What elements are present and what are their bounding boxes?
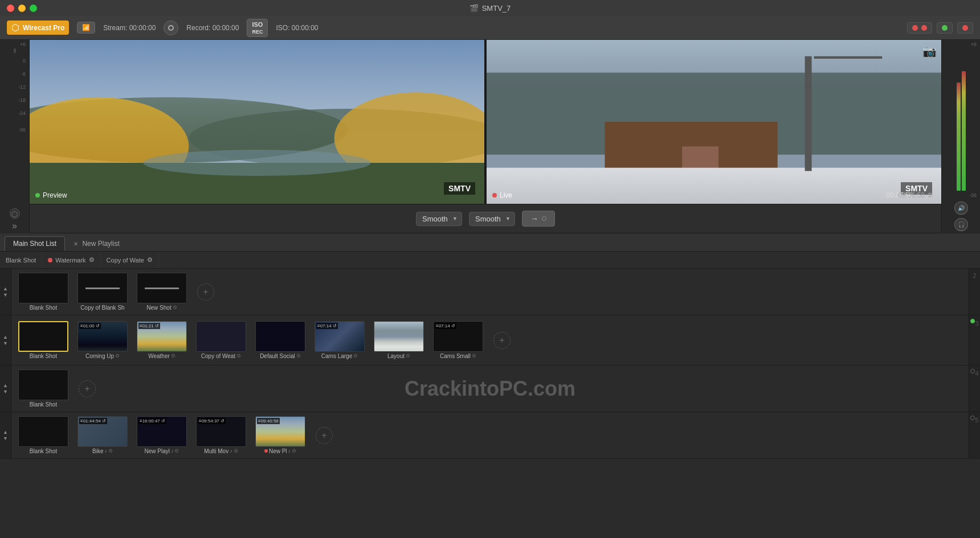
go-button[interactable]: → bbox=[522, 211, 555, 227]
master-item-watermark[interactable]: Watermark ⚙ bbox=[42, 252, 100, 268]
record-button[interactable] bbox=[164, 20, 178, 35]
coming-up-label: Coming Up bbox=[85, 353, 114, 359]
layer-3-shot-cams-large[interactable]: ≡07:14 ↺ Cams Large ⚙ bbox=[311, 321, 368, 359]
minimize-button[interactable] bbox=[18, 5, 26, 12]
maximize-button[interactable] bbox=[30, 5, 37, 12]
cams-small-gear-icon[interactable]: ⚙ bbox=[472, 353, 476, 359]
layer-3-add-button[interactable]: + bbox=[493, 332, 511, 349]
copy-weather-gear-icon[interactable]: ⚙ bbox=[236, 353, 241, 359]
new-pl-gear-icon[interactable]: ⚙ bbox=[292, 448, 296, 454]
copy-weather-label: Copy of Weat bbox=[201, 353, 235, 359]
live-green-dot bbox=[942, 25, 948, 31]
copy-water-gear-icon[interactable]: ⚙ bbox=[147, 256, 153, 264]
layer-3-up-arrow[interactable]: ▲ bbox=[3, 334, 8, 340]
layer-3-shot-coming-up[interactable]: ≡01:00 ↺ Coming Up ⚙ bbox=[74, 321, 131, 359]
vu-knob-left[interactable]: ◯ bbox=[10, 208, 20, 219]
layer-row-3: ▲ ▼ Blank Shot ≡01:00 ↺ bbox=[0, 315, 980, 365]
preview-panel-right: 📷 SMTV Live 00:07:56 08:56:50 ⚙ bbox=[487, 40, 941, 204]
layer-4-controls[interactable]: ▲ ▼ bbox=[0, 365, 11, 412]
cams-small-duration: ≡07:14 ↺ bbox=[435, 323, 456, 329]
layer-5-shot-new-playl[interactable]: ≡16:00:47 ↺ New Playl ♪ ⚙ bbox=[133, 416, 190, 454]
layer-2-shot-blank[interactable]: Blank Shot bbox=[15, 273, 72, 311]
layer-5-add-button[interactable]: + bbox=[316, 427, 333, 444]
layer-3-down-arrow[interactable]: ▼ bbox=[3, 340, 8, 346]
layer-4-add-button[interactable]: + bbox=[79, 380, 96, 397]
vu-scale-neg6: -6 bbox=[0, 72, 29, 77]
vu-scale-plus6: +6 bbox=[0, 42, 29, 47]
multi-gear-icon[interactable]: ⚙ bbox=[234, 448, 238, 454]
social-gear-icon[interactable]: ⚙ bbox=[296, 353, 301, 359]
layer-3-shot-copy-weather[interactable]: Copy of Weat ⚙ bbox=[193, 321, 250, 359]
layer-3-controls[interactable]: ▲ ▼ bbox=[0, 315, 11, 365]
layer-3-copy-weather-thumb bbox=[196, 321, 246, 352]
bike-gear-icon[interactable]: ⚙ bbox=[108, 448, 113, 454]
layer-2-add-button[interactable]: + bbox=[197, 284, 214, 301]
weather-duration: ≡01:21 ↺ bbox=[138, 323, 160, 329]
layer-2-shot-new[interactable]: New Shot ⚙ bbox=[133, 273, 190, 311]
speaker-button[interactable]: 🔊 bbox=[954, 202, 968, 215]
cams-small-label-row: Cams Small ⚙ bbox=[440, 352, 476, 359]
layer-2-new-gear-icon[interactable]: ⚙ bbox=[173, 305, 177, 310]
stream-indicator[interactable] bbox=[907, 22, 932, 34]
line-icon bbox=[85, 288, 120, 289]
live-settings[interactable]: 08:56:50 ⚙ bbox=[898, 191, 933, 199]
smooth-select-right[interactable]: Smooth bbox=[469, 212, 515, 226]
master-item-blank-shot[interactable]: Blank Shot bbox=[0, 252, 42, 268]
layer-2-shot-copy-blank[interactable]: Copy of Blank Sh bbox=[74, 273, 131, 311]
headphone-button[interactable]: 🎧 bbox=[954, 218, 968, 231]
layer-2-down-arrow[interactable]: ▼ bbox=[3, 292, 8, 298]
layer-3-shot-cams-small[interactable]: ≡07:14 ↺ Cams Small ⚙ bbox=[430, 321, 487, 359]
stream-label: Stream: 00:00:00 bbox=[103, 24, 156, 32]
smooth-select-left[interactable]: Smooth bbox=[416, 212, 462, 226]
layer-3-layout-thumb bbox=[374, 321, 424, 352]
center-panel: SMTV Preview bbox=[30, 40, 941, 233]
weather-gear-icon[interactable]: ⚙ bbox=[171, 353, 175, 359]
layer-4-shot-blank[interactable]: Blank Shot bbox=[15, 369, 72, 408]
live-indicator[interactable] bbox=[937, 22, 953, 34]
layer-4-down-arrow[interactable]: ▼ bbox=[3, 389, 8, 395]
add-icon: + bbox=[203, 287, 208, 297]
layer-3-shot-layout[interactable]: Layout ⚙ bbox=[370, 321, 427, 359]
layer-5-shot-bike[interactable]: ≡01:44:54 ↺ Bike ♪ ⚙ bbox=[74, 416, 131, 454]
layer-5-shot-blank[interactable]: Blank Shot bbox=[15, 416, 72, 454]
watermark-gear-icon[interactable]: ⚙ bbox=[89, 256, 95, 264]
layer-2-controls[interactable]: ▲ ▼ bbox=[0, 269, 11, 315]
tab-new-playlist[interactable]: ✕ New Playlist bbox=[65, 236, 128, 251]
wifi-button[interactable]: 📶 bbox=[77, 22, 95, 34]
preview-label-right: Live bbox=[492, 191, 512, 199]
layout-gear-icon[interactable]: ⚙ bbox=[406, 353, 410, 359]
shot-rows: ▲ ▼ Blank Shot Copy of Blank Sh bbox=[0, 269, 980, 538]
master-item-copy-of-water[interactable]: Copy of Wate ⚙ bbox=[101, 252, 159, 268]
iso-button[interactable]: ISO REC bbox=[247, 19, 268, 37]
new-pl-label: New Pl bbox=[269, 448, 287, 454]
new-playl-gear-icon[interactable]: ⚙ bbox=[174, 448, 179, 454]
multi-duration: ≡09:54:37 ↺ bbox=[198, 418, 226, 424]
layer-5-shot-multi-mov[interactable]: ≡09:54:37 ↺ Multi Mov ♪ ⚙ bbox=[193, 416, 250, 454]
tab-close-icon[interactable]: ✕ bbox=[74, 241, 78, 247]
layer-3-shot-weather[interactable]: ≡01:21 ↺ Weather ⚙ bbox=[133, 321, 190, 359]
layer-5-shot-new-pl[interactable]: ≡09:40:58 New Pl ♪ ⚙ bbox=[252, 416, 309, 454]
vu-indicator-left bbox=[14, 48, 16, 53]
layer-5-down-arrow[interactable]: ▼ bbox=[3, 436, 8, 441]
close-button[interactable] bbox=[7, 5, 14, 12]
layer-row-4: ▲ ▼ Blank Shot + CrackintoPC.com bbox=[0, 365, 980, 412]
coming-up-gear-icon[interactable]: ⚙ bbox=[115, 353, 120, 359]
new-playl-audio-icon: ♪ bbox=[171, 448, 174, 454]
tab-main-shot-list[interactable]: Main Shot List bbox=[5, 236, 65, 251]
layer-3-shot-blank[interactable]: Blank Shot bbox=[15, 321, 72, 359]
layer-3-weather-thumb: ≡01:21 ↺ bbox=[137, 321, 187, 352]
layer-5-controls[interactable]: ▲ ▼ bbox=[0, 412, 11, 458]
layer-2-new-label-row: New Shot ⚙ bbox=[146, 303, 177, 311]
preview-status-dot bbox=[35, 193, 40, 198]
layer-2-up-arrow[interactable]: ▲ bbox=[3, 286, 8, 291]
cams-large-gear-icon[interactable]: ⚙ bbox=[353, 353, 358, 359]
record-indicator[interactable] bbox=[957, 22, 973, 34]
preview-panel-left: SMTV Preview bbox=[30, 40, 484, 204]
layer-5-up-arrow[interactable]: ▲ bbox=[3, 429, 8, 435]
shot-list-container: Main Shot List ✕ New Playlist Blank Shot… bbox=[0, 233, 980, 538]
layer-2-content: Blank Shot Copy of Blank Sh bbox=[11, 269, 969, 315]
layer-3-shot-default-social[interactable]: Default Social ⚙ bbox=[252, 321, 309, 359]
layer-4-up-arrow[interactable]: ▲ bbox=[3, 383, 8, 388]
expand-panel-button[interactable]: » bbox=[12, 221, 17, 231]
watermark-overlay: CrackintoPC.com bbox=[405, 377, 575, 401]
